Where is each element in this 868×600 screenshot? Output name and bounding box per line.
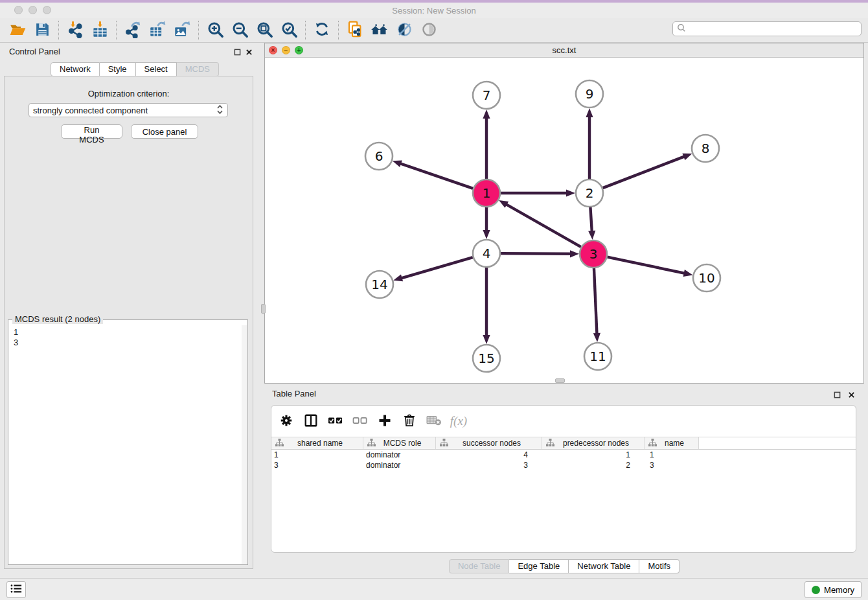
graph-node-10[interactable]: 10: [693, 264, 720, 292]
tab-edge-table[interactable]: Edge Table: [509, 559, 569, 573]
import-table-button[interactable]: [87, 19, 112, 41]
graph-node-15[interactable]: 15: [473, 345, 500, 372]
zoom-selected-button[interactable]: [277, 19, 301, 41]
deselect-all-button[interactable]: [349, 410, 371, 432]
table-cell[interactable]: 1: [271, 450, 363, 459]
graph-node-1[interactable]: 1: [473, 179, 500, 207]
column-header-shared-name[interactable]: shared name: [271, 437, 363, 449]
control-panel-close-button[interactable]: [244, 47, 254, 57]
graph-node-6[interactable]: 6: [365, 143, 393, 170]
graph-edge-1-4[interactable]: [483, 207, 490, 239]
zoom-out-icon: [231, 21, 249, 40]
select-all-button[interactable]: [325, 410, 347, 432]
save-session-button[interactable]: [30, 19, 54, 41]
graph-node-2[interactable]: 2: [576, 179, 603, 207]
node-table: shared nameMCDS rolesuccessor nodesprede…: [271, 437, 856, 470]
network-vertical-scrollbar-thumb[interactable]: [261, 304, 266, 314]
open-file-button[interactable]: [5, 19, 30, 41]
export-table-button[interactable]: [145, 19, 170, 41]
birds-eye-view-button[interactable]: [417, 19, 441, 41]
graphics-details-toggle-button[interactable]: [392, 19, 417, 41]
tab-motifs[interactable]: Motifs: [639, 559, 680, 573]
table-cell[interactable]: 4: [436, 450, 542, 459]
home-reset-layout-button[interactable]: [367, 19, 392, 41]
memory-button[interactable]: Memory: [805, 581, 862, 598]
table-cell[interactable]: dominator: [363, 461, 436, 470]
graph-edge-3-11[interactable]: [593, 268, 600, 342]
optimization-criterion-select[interactable]: strongly connected component: [29, 103, 228, 117]
clone-network-button[interactable]: [343, 19, 367, 41]
run-mcds-button[interactable]: Run MCDS: [61, 124, 122, 139]
column-header-predecessor-nodes[interactable]: predecessor nodes: [542, 437, 645, 449]
table-cell[interactable]: 1: [645, 450, 699, 459]
close-panel-button[interactable]: Close panel: [131, 124, 198, 139]
tab-mcds[interactable]: MCDS: [177, 62, 219, 76]
delete-column-button[interactable]: [398, 410, 420, 432]
column-header-name[interactable]: name: [645, 437, 699, 449]
graph-edge-2-3[interactable]: [588, 207, 595, 240]
graph-edge-1-6[interactable]: [393, 160, 473, 188]
search-input[interactable]: [687, 23, 861, 35]
function-builder-button[interactable]: f(x): [448, 410, 470, 432]
network-graph[interactable]: 7968124314101511: [265, 58, 863, 383]
table-panel-close-button[interactable]: [846, 389, 856, 400]
graph-edge-4-3[interactable]: [501, 250, 579, 257]
export-image-button[interactable]: [170, 19, 194, 41]
graph-edge-4-14[interactable]: [393, 257, 473, 281]
network-canvas[interactable]: 7968124314101511: [265, 58, 863, 383]
graph-edge-2-9[interactable]: [586, 108, 593, 179]
mcds-result-title: MCDS result (2 nodes): [12, 314, 103, 324]
graph-edge-1-2[interactable]: [501, 189, 575, 196]
destroy-table-button[interactable]: [423, 410, 445, 432]
network-window-titlebar[interactable]: × − + scc.txt: [265, 43, 863, 58]
network-horizontal-scrollbar-thumb[interactable]: [555, 378, 565, 383]
mcds-result-list[interactable]: 1 3: [9, 325, 242, 564]
tab-network[interactable]: Network: [51, 62, 100, 76]
zoom-out-button[interactable]: [227, 19, 252, 41]
table-panel-float-button[interactable]: [832, 389, 842, 400]
graph-edge-2-8[interactable]: [603, 154, 692, 188]
tab-style[interactable]: Style: [100, 62, 136, 76]
zoom-in-button[interactable]: [203, 19, 227, 41]
table-header-row: shared nameMCDS rolesuccessor nodesprede…: [271, 437, 856, 450]
svg-text:3: 3: [589, 246, 598, 262]
graph-node-9[interactable]: 9: [576, 80, 603, 108]
table-cell[interactable]: 3: [436, 461, 542, 470]
import-network-button[interactable]: [63, 19, 87, 41]
graph-edge-3-1[interactable]: [499, 200, 581, 247]
graph-node-14[interactable]: 14: [366, 271, 393, 298]
table-row[interactable]: 3dominator323: [271, 460, 856, 470]
task-history-button[interactable]: [6, 581, 26, 598]
tab-network-table[interactable]: Network Table: [569, 559, 639, 573]
column-header-MCDS-role[interactable]: MCDS role: [363, 437, 436, 449]
graph-edge-4-15[interactable]: [483, 268, 490, 344]
tab-select[interactable]: Select: [136, 62, 177, 76]
toolbar-separator: [198, 21, 199, 40]
tab-node-table[interactable]: Node Table: [449, 559, 510, 573]
export-network-button[interactable]: [120, 19, 145, 41]
graph-edge-1-7[interactable]: [483, 110, 490, 179]
graph-node-8[interactable]: 8: [692, 135, 719, 162]
graph-node-11[interactable]: 11: [584, 343, 611, 370]
refresh-view-button[interactable]: [310, 19, 334, 41]
zoom-fit-button[interactable]: [252, 19, 277, 41]
table-cell[interactable]: dominator: [363, 450, 436, 459]
result-scrollbar[interactable]: [242, 325, 247, 564]
control-panel-float-button[interactable]: [232, 47, 242, 57]
zoom-selected-icon: [280, 21, 298, 40]
table-cell[interactable]: 1: [542, 450, 645, 459]
table-cell[interactable]: 3: [271, 461, 363, 470]
graph-edge-3-10[interactable]: [608, 257, 693, 277]
clone-network-icon: [347, 21, 364, 40]
graph-node-4[interactable]: 4: [473, 240, 500, 267]
table-row[interactable]: 1dominator411: [271, 450, 856, 460]
table-settings-button[interactable]: [275, 410, 297, 432]
add-column-button[interactable]: [374, 410, 396, 432]
graph-node-7[interactable]: 7: [473, 82, 500, 109]
graph-node-3[interactable]: 3: [580, 240, 607, 268]
column-header-successor-nodes[interactable]: successor nodes: [436, 437, 542, 449]
table-cell[interactable]: 3: [645, 461, 699, 470]
svg-text:4: 4: [483, 246, 491, 261]
split-panel-button[interactable]: [300, 410, 322, 432]
table-cell[interactable]: 2: [542, 461, 645, 470]
